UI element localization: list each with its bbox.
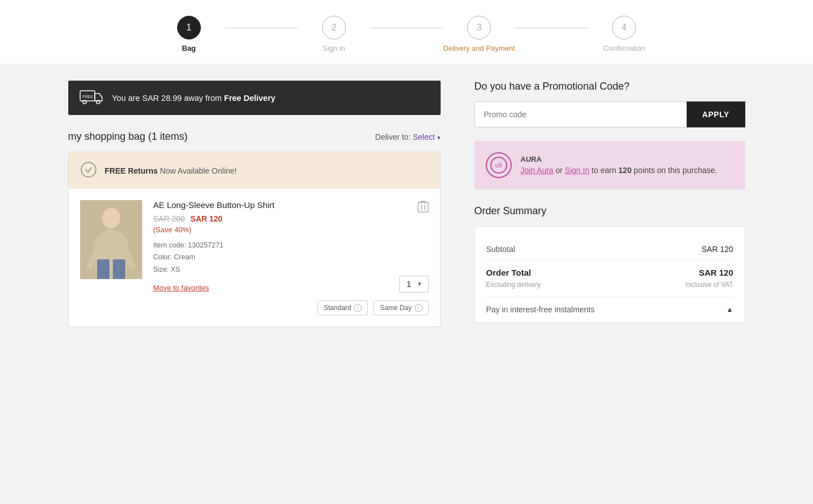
delivery-same-day[interactable]: Same Day i	[373, 300, 428, 315]
installments-label: Pay in interest-free instalments	[486, 305, 595, 314]
subtotal-label: Subtotal	[486, 245, 515, 254]
step-3: 3 Delivery and Payment	[443, 16, 516, 52]
join-aura-link[interactable]: Join Aura	[521, 166, 553, 175]
excl-label: Excluding delivery	[486, 281, 541, 289]
bag-card-wrapper: FREE Returns Now Available Online!	[68, 152, 441, 327]
product-image	[80, 200, 142, 279]
bag-title: my shopping bag (1 items)	[68, 131, 188, 143]
sign-in-link[interactable]: Sign In	[565, 166, 590, 175]
step-circle-3: 3	[467, 16, 491, 39]
price-row: SAR 200 SAR 120	[153, 214, 361, 223]
step-label-3: Delivery and Payment	[443, 44, 515, 52]
same-day-info-icon: i	[415, 304, 423, 312]
order-summary-section: Order Summary Subtotal SAR 120 Order Tot…	[474, 205, 745, 322]
free-returns-banner: FREE Returns Now Available Online!	[69, 152, 440, 189]
step-label-2: Sign in	[323, 44, 345, 52]
step-circle-2: 2	[322, 16, 346, 39]
subtotal-row: Subtotal SAR 120	[486, 238, 733, 261]
product-details: AE Long-Sleeve Button-Up Shirt SAR 200 S…	[153, 200, 361, 293]
subtotal-value: SAR 120	[701, 245, 733, 254]
product-card: AE Long-Sleeve Button-Up Shirt SAR 200 S…	[69, 189, 440, 326]
aura-logo: υ9	[486, 152, 512, 178]
deliver-to: Deliver to: Select ▾	[375, 132, 441, 142]
delivery-standard[interactable]: Standard i	[318, 300, 368, 315]
svg-rect-8	[113, 259, 125, 279]
promo-section: Do you have a Promotional Code? APPLY	[474, 81, 745, 127]
total-row: Order Total SAR 120	[486, 261, 733, 278]
step-4: 4 Confirmation	[588, 16, 661, 52]
left-panel: FREE You are SAR 28.99 away from Free De…	[68, 81, 441, 327]
promo-code-input[interactable]	[474, 101, 687, 127]
truck-icon: FREE	[80, 89, 104, 107]
total-sub-row: Excluding delivery Inclusive of VAT	[486, 278, 733, 297]
step-circle-4: 4	[612, 16, 636, 39]
step-label-1: Bag	[182, 44, 196, 52]
price-sale: SAR 120	[191, 214, 223, 223]
aura-banner: υ9 AURA Join Aura or Sign In to earn 120…	[474, 141, 745, 189]
aura-logo-inner: υ9	[490, 157, 507, 174]
step-label-4: Confirmation	[603, 44, 645, 52]
step-circle-1: 1	[177, 16, 201, 39]
promo-input-row: APPLY	[474, 101, 745, 127]
stepper-section: 1 Bag 2 Sign in 3 Delivery and Payment 4…	[0, 0, 813, 64]
svg-point-6	[102, 208, 120, 228]
free-delivery-banner: FREE You are SAR 28.99 away from Free De…	[68, 81, 441, 115]
qty-caret-icon: ▾	[418, 280, 421, 288]
total-value: SAR 120	[699, 268, 733, 277]
svg-point-4	[81, 162, 96, 177]
aura-description: Join Aura or Sign In to earn 120 points …	[521, 166, 718, 175]
total-label: Order Total	[486, 268, 531, 277]
step-2: 2 Sign in	[298, 16, 371, 52]
stepper: 1 Bag 2 Sign in 3 Delivery and Payment 4…	[153, 16, 661, 52]
step-line-2-3	[370, 28, 443, 28]
svg-rect-9	[418, 202, 428, 212]
save-text: (Save 40%)	[153, 226, 361, 234]
standard-info-icon: i	[354, 304, 362, 312]
free-delivery-text: You are SAR 28.99 away from Free Deliver…	[112, 94, 276, 103]
installments-expand-icon: ▲	[727, 306, 733, 313]
svg-rect-7	[97, 259, 109, 279]
svg-text:FREE: FREE	[82, 95, 93, 99]
deliver-caret-icon: ▾	[437, 134, 441, 141]
price-original: SAR 200	[153, 214, 185, 223]
right-panel: Do you have a Promotional Code? APPLY υ9…	[474, 81, 745, 327]
move-to-favorites-link[interactable]: Move to favorites	[153, 284, 209, 292]
delivery-options: Standard i Same Day i	[80, 300, 429, 315]
returns-icon	[80, 161, 97, 180]
main-layout: FREE You are SAR 28.99 away from Free De…	[34, 64, 779, 350]
apply-button[interactable]: APPLY	[687, 101, 745, 127]
order-summary-title: Order Summary	[474, 205, 745, 217]
delete-button[interactable]	[418, 200, 429, 214]
incl-label: Inclusive of VAT	[685, 281, 733, 289]
order-summary-box: Subtotal SAR 120 Order Total SAR 120 Exc…	[474, 226, 745, 322]
product-right: 1 ▾	[372, 200, 429, 293]
step-1: 1 Bag	[153, 16, 226, 52]
product-card-inner: AE Long-Sleeve Button-Up Shirt SAR 200 S…	[80, 200, 429, 293]
quantity-selector[interactable]: 1 ▾	[399, 276, 429, 293]
product-image-placeholder	[80, 200, 142, 279]
deliver-select-link[interactable]: Select ▾	[413, 132, 441, 142]
aura-text: AURA Join Aura or Sign In to earn 120 po…	[521, 154, 718, 176]
bag-header: my shopping bag (1 items) Deliver to: Se…	[68, 131, 441, 143]
product-name: AE Long-Sleeve Button-Up Shirt	[153, 200, 361, 210]
step-line-3-4	[515, 28, 588, 28]
step-line-1-2	[225, 28, 298, 28]
returns-text: FREE Returns Now Available Online!	[105, 166, 237, 175]
item-meta: Item code: 130257271 Color: Cream Size: …	[153, 240, 361, 276]
installments-row[interactable]: Pay in interest-free instalments ▲	[486, 297, 733, 322]
promo-title: Do you have a Promotional Code?	[474, 81, 745, 92]
